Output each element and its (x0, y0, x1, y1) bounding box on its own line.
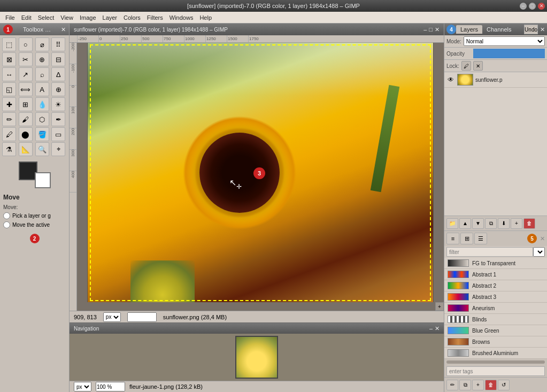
thumb-zoom-input[interactable] (96, 382, 125, 391)
tool-selection-ellipse[interactable]: ○ (19, 37, 33, 51)
layers-close-icon[interactable]: ✕ (540, 26, 545, 33)
gradient-scrollbar[interactable] (444, 359, 547, 365)
layer-item[interactable]: 👁 sunflower.p (444, 72, 547, 88)
gradient-item-blue-green[interactable]: Blue Green (444, 325, 547, 336)
toolbox-close-icon[interactable]: ✕ (61, 26, 66, 33)
tool-color-picker[interactable]: ⚗ (2, 142, 16, 156)
tool-scissors-select[interactable]: ✂ (19, 52, 33, 66)
thumb-close-icon[interactable]: ✕ (435, 325, 440, 332)
thumb-min-icon[interactable]: – (429, 325, 433, 332)
gradient-item-fg-transparent[interactable]: FG to Transparent (444, 258, 547, 269)
gradient-edit-button[interactable]: ✏ (446, 380, 458, 390)
undo-button[interactable]: Undo (524, 25, 538, 34)
tool-perspective-clone[interactable]: ⊞ (19, 97, 33, 111)
gradient-refresh-button[interactable]: ↺ (498, 380, 510, 390)
tool-pencil[interactable]: ✏ (2, 112, 16, 126)
tool-paintbrush[interactable]: 🖌 (19, 112, 33, 126)
gradient-new-button[interactable]: + (472, 380, 484, 390)
tool-airbrush[interactable]: ✒ (51, 112, 65, 126)
canvas-scroll-area[interactable]: ↖ ✛ 3 + (77, 43, 444, 311)
tool-free-select[interactable]: ⌀ (35, 37, 49, 51)
maximize-button[interactable]: □ (529, 3, 536, 10)
pick-layer-option[interactable]: Pick a layer or g (0, 211, 69, 220)
lock-pixels-button[interactable]: 🖊 (461, 61, 471, 71)
lower-layer-button[interactable]: ▼ (472, 218, 484, 229)
delete-layer-button[interactable]: 🗑 (523, 218, 535, 229)
canvas-minimize-icon[interactable]: – (423, 26, 427, 33)
canvas-close-icon[interactable]: ✕ (435, 26, 440, 33)
canvas-maximize-icon[interactable]: □ (429, 26, 433, 33)
minimize-button[interactable]: – (520, 3, 527, 10)
tool-zoom[interactable]: 🔍 (35, 142, 49, 156)
move-active-radio[interactable] (3, 221, 10, 228)
menu-windows[interactable]: Windows (166, 13, 197, 22)
zoom-input[interactable]: 33,3 % (127, 312, 157, 322)
menu-image[interactable]: Image (76, 13, 99, 22)
gradient-item-aneurism[interactable]: Aneurism (444, 303, 547, 314)
move-active-option[interactable]: Move the active (0, 220, 69, 229)
thumb-unit-select[interactable]: px (74, 382, 91, 391)
gradient-item-blinds[interactable]: Blinds (444, 314, 547, 325)
tool-gradient[interactable]: ▭ (51, 127, 65, 141)
tool-shear[interactable]: ∆ (51, 67, 65, 81)
menu-help[interactable]: Help (196, 13, 215, 22)
menu-file[interactable]: File (2, 13, 18, 22)
tool-measure[interactable]: 📐 (19, 142, 33, 156)
merge-down-button[interactable]: ⬇ (498, 218, 510, 229)
tab-channels[interactable]: Channels (482, 25, 515, 34)
gradient-item-abstract3[interactable]: Abstract 3 (444, 291, 547, 303)
tool-bucket-fill[interactable]: 🪣 (35, 127, 49, 141)
mode-select[interactable]: Normal Dissolve Multiply Screen (464, 36, 545, 46)
canvas-image-container[interactable]: ↖ ✛ 3 (77, 43, 444, 302)
layer-visibility-icon[interactable]: 👁 (446, 75, 455, 84)
unit-select[interactable]: px (103, 312, 121, 322)
tool-crop[interactable]: ↔ (2, 67, 16, 81)
duplicate-layer-button[interactable]: ⧉ (485, 218, 497, 229)
tool-clone[interactable]: ⊕ (51, 82, 65, 96)
opacity-input[interactable]: 100,0 (473, 49, 545, 58)
tab-layers[interactable]: Layers (456, 25, 482, 34)
gradient-view-list-button[interactable]: ≡ (446, 233, 459, 244)
tool-perspective[interactable]: ◱ (2, 82, 16, 96)
menu-edit[interactable]: Edit (18, 13, 35, 22)
tool-fuzzy-select[interactable]: ⠿ (51, 37, 65, 51)
tool-eraser[interactable]: ⬡ (35, 112, 49, 126)
tool-heal[interactable]: ✚ (2, 97, 16, 111)
tool-dodge[interactable]: ☀ (51, 97, 65, 111)
menu-view[interactable]: View (57, 13, 76, 22)
tool-paths[interactable]: ⌖ (51, 142, 65, 156)
gradient-item-abstract2[interactable]: Abstract 2 (444, 280, 547, 291)
gradient-item-brushed-aluminium[interactable]: Brushed Aluminium (444, 348, 547, 359)
filter-input[interactable] (446, 247, 533, 257)
gradient-item-browns[interactable]: Browns (444, 336, 547, 348)
tool-flip[interactable]: ⟺ (19, 82, 33, 96)
tool-text[interactable]: A (35, 82, 49, 96)
gradient-view-details-button[interactable]: ☰ (474, 233, 487, 244)
pick-layer-radio[interactable] (3, 212, 10, 219)
new-layer-group-button[interactable]: 📁 (446, 218, 458, 229)
close-button[interactable]: ✕ (538, 3, 545, 10)
canvas-corner-resize[interactable]: + (435, 302, 444, 311)
menu-filters[interactable]: Filters (144, 13, 166, 22)
gradient-copy-button[interactable]: ⧉ (459, 380, 471, 390)
tool-mypaint[interactable]: ⬤ (19, 127, 33, 141)
gradient-item-abstract1[interactable]: Abstract 1 (444, 269, 547, 280)
raise-layer-button[interactable]: ▲ (459, 218, 471, 229)
tool-align[interactable]: ⊟ (51, 52, 65, 66)
tags-input[interactable] (446, 366, 545, 376)
menu-select[interactable]: Select (35, 13, 58, 22)
gradient-panel-close-icon[interactable]: ✕ (540, 235, 545, 242)
gradient-view-grid-button[interactable]: ⊞ (460, 233, 473, 244)
tool-ink[interactable]: 🖊 (2, 127, 16, 141)
menu-layer[interactable]: Layer (99, 13, 121, 22)
main-canvas[interactable]: ↖ ✛ 3 (87, 43, 434, 302)
tool-rotate[interactable]: ↗ (19, 67, 33, 81)
tool-move[interactable]: ⊕ (35, 52, 49, 66)
filter-options-select[interactable] (533, 247, 545, 257)
foreground-background-color[interactable] (19, 162, 51, 188)
tool-selection-rect[interactable]: ⬚ (2, 37, 16, 51)
menu-colors[interactable]: Colors (120, 13, 144, 22)
tool-by-color-select[interactable]: ⊠ (2, 52, 16, 66)
new-layer-button[interactable]: + (511, 218, 522, 229)
gradient-delete-button[interactable]: 🗑 (485, 380, 497, 390)
